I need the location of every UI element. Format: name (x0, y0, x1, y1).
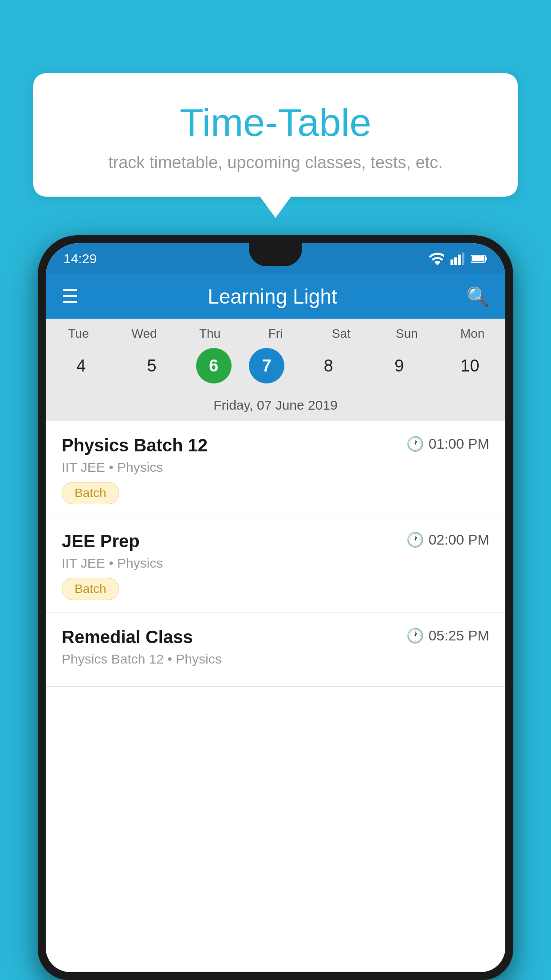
day-sat: Sat (315, 327, 368, 341)
date-10[interactable]: 10 (443, 348, 496, 383)
status-time: 14:29 (63, 251, 97, 266)
svg-rect-3 (462, 253, 464, 265)
date-5[interactable]: 5 (125, 348, 178, 383)
calendar-days-header: Tue Wed Thu Fri Sat Sun Mon (46, 319, 505, 344)
speech-bubble: Time-Table track timetable, upcoming cla… (33, 73, 518, 197)
svg-rect-5 (485, 257, 487, 260)
schedule-list: Physics Batch 12 🕐 01:00 PM IIT JEE • Ph… (46, 421, 505, 972)
day-thu: Thu (183, 327, 236, 341)
svg-rect-2 (458, 255, 461, 265)
status-icons (428, 253, 488, 265)
svg-rect-6 (472, 256, 484, 261)
day-fri: Fri (249, 327, 302, 341)
schedule-title-2: JEE Prep (62, 531, 140, 551)
svg-rect-0 (450, 260, 453, 265)
day-wed: Wed (118, 327, 171, 341)
phone-inner: 14:29 (46, 243, 505, 972)
schedule-title-3: Remedial Class (62, 627, 193, 647)
signal-icon (450, 253, 464, 265)
schedule-sub-1: IIT JEE • Physics (62, 460, 489, 475)
batch-badge-1: Batch (62, 482, 119, 504)
day-sun: Sun (380, 327, 433, 341)
date-8[interactable]: 8 (302, 348, 355, 383)
schedule-item-1-header: Physics Batch 12 🕐 01:00 PM (62, 435, 489, 455)
menu-icon[interactable]: ☰ (62, 287, 79, 306)
svg-rect-1 (454, 257, 457, 265)
schedule-time-1: 🕐 01:00 PM (406, 435, 489, 452)
date-9[interactable]: 9 (373, 348, 426, 383)
schedule-sub-3: Physics Batch 12 • Physics (62, 652, 489, 667)
phone-content: 14:29 (46, 243, 505, 972)
wifi-icon (428, 253, 444, 265)
schedule-time-3: 🕐 05:25 PM (406, 627, 489, 644)
day-mon: Mon (446, 327, 499, 341)
phone-outer: 14:29 (38, 235, 513, 980)
clock-icon-1: 🕐 (406, 435, 424, 452)
date-6-today[interactable]: 6 (196, 348, 232, 383)
app-bar: ☰ Learning Light 🔍 (46, 274, 505, 319)
schedule-item-1[interactable]: Physics Batch 12 🕐 01:00 PM IIT JEE • Ph… (46, 421, 505, 517)
battery-icon (471, 254, 488, 264)
notch (249, 243, 302, 266)
app-title: Learning Light (91, 285, 454, 308)
schedule-item-3[interactable]: Remedial Class 🕐 05:25 PM Physics Batch … (46, 613, 505, 687)
search-icon[interactable]: 🔍 (466, 286, 489, 308)
schedule-item-3-header: Remedial Class 🕐 05:25 PM (62, 627, 489, 647)
bubble-subtitle: track timetable, upcoming classes, tests… (51, 153, 500, 172)
calendar-dates-row: 4 5 6 7 8 9 10 (46, 344, 505, 393)
schedule-time-2: 🕐 02:00 PM (406, 531, 489, 548)
date-4[interactable]: 4 (55, 348, 108, 383)
phone-mockup: 14:29 (38, 235, 513, 980)
schedule-item-2[interactable]: JEE Prep 🕐 02:00 PM IIT JEE • Physics Ba… (46, 517, 505, 613)
day-tue: Tue (52, 327, 105, 341)
bubble-title: Time-Table (51, 100, 500, 145)
clock-icon-2: 🕐 (406, 531, 424, 548)
batch-badge-2: Batch (62, 578, 119, 600)
clock-icon-3: 🕐 (406, 627, 424, 644)
schedule-sub-2: IIT JEE • Physics (62, 556, 489, 571)
status-bar: 14:29 (46, 243, 505, 274)
schedule-item-2-header: JEE Prep 🕐 02:00 PM (62, 531, 489, 551)
date-7-selected[interactable]: 7 (249, 348, 284, 383)
schedule-title-1: Physics Batch 12 (62, 435, 208, 455)
selected-date-label: Friday, 07 June 2019 (46, 393, 505, 421)
